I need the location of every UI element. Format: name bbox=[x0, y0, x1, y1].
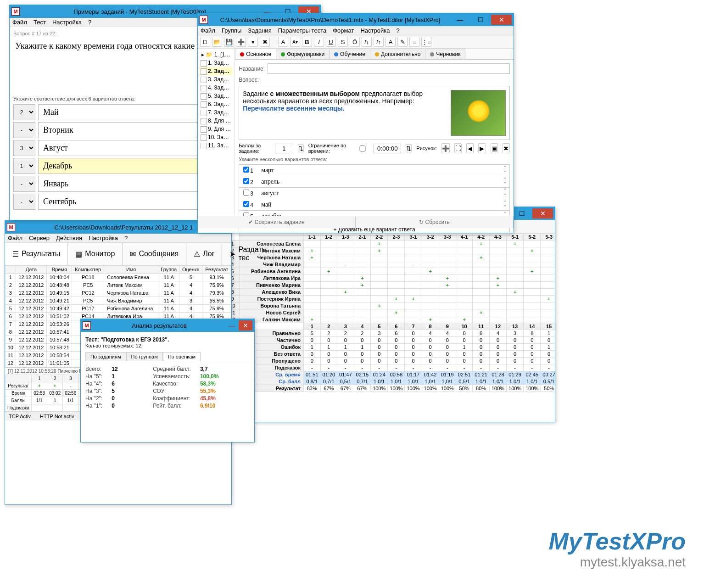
open-icon[interactable]: 📂 bbox=[212, 37, 222, 47]
results-tab[interactable]: ☰Результаты bbox=[5, 243, 68, 265]
tree-item[interactable]: 4. Задание на сопос bbox=[200, 84, 233, 92]
timelimit-input[interactable] bbox=[374, 144, 401, 153]
maximize-button[interactable] bbox=[470, 15, 491, 25]
image-add-icon[interactable]: ➕ bbox=[441, 143, 450, 153]
answer-text[interactable]: апрель bbox=[257, 176, 500, 187]
tree-item[interactable]: 3. Задание с указан bbox=[200, 75, 233, 84]
superscript-icon[interactable]: f↑ bbox=[374, 37, 384, 47]
menu-item[interactable]: ? bbox=[396, 27, 399, 34]
tree-item[interactable]: 2. Задание с множ bbox=[200, 67, 233, 75]
font-size-a[interactable]: A bbox=[278, 37, 288, 47]
table-row[interactable]: 112.12.201210:40:04PC18Солопеева Елена11… bbox=[6, 274, 231, 281]
tree-root[interactable]: ▸ 📁 1. [11] Различные типы з bbox=[200, 50, 233, 59]
tree-item[interactable]: 6. Задание на ручно bbox=[200, 100, 233, 108]
analysis-titlebar[interactable]: M Анализ результатов bbox=[81, 319, 254, 332]
answer-text[interactable]: май bbox=[257, 199, 500, 210]
minimize-button[interactable] bbox=[225, 320, 239, 330]
image-right-icon[interactable]: ▶ bbox=[478, 143, 486, 153]
dropdown-icon[interactable]: ▾ bbox=[248, 37, 258, 47]
tree-item[interactable]: 5. Задание на указа bbox=[200, 92, 233, 100]
col-header[interactable]: Имя bbox=[104, 266, 158, 274]
menu-item[interactable]: Задания bbox=[248, 27, 271, 34]
answer-checkbox[interactable]: 4 bbox=[239, 199, 257, 210]
match-select[interactable]: 2 bbox=[13, 104, 35, 120]
highlight-icon[interactable]: ✎ bbox=[397, 37, 408, 47]
font-size-small-a[interactable]: A▾ bbox=[290, 37, 300, 47]
tree-item[interactable]: 1. Задание с одиноч bbox=[200, 59, 233, 67]
answer-up-icon[interactable]: ˄˅ bbox=[500, 177, 509, 187]
col-header[interactable]: Дата bbox=[16, 266, 47, 274]
spreadsheet-grid[interactable]: 1-11-21-32-12-22-33-13-23-34-14-24-35-15… bbox=[225, 233, 555, 392]
menu-item[interactable]: Параметры теста bbox=[278, 27, 327, 34]
analysis-tabs[interactable]: По заданиямПо группамПо оценкам bbox=[85, 352, 250, 361]
save-task-button[interactable]: ✔ Сохранить задание bbox=[198, 216, 356, 228]
answer-checkbox[interactable]: 3 bbox=[239, 188, 257, 199]
student-name[interactable]: Пивченко Марина bbox=[240, 282, 304, 289]
image-fit-icon[interactable]: ⛶ bbox=[454, 143, 462, 153]
menu-item[interactable]: Сервер bbox=[29, 235, 50, 241]
image-left-icon[interactable]: ◀ bbox=[466, 143, 474, 153]
results-tab[interactable]: ⚠Лог bbox=[186, 243, 222, 265]
table-row[interactable]: 212.12.201210:48:48PC5Литвяк Максим11 A4… bbox=[6, 281, 231, 289]
col-header[interactable]: Компьютер bbox=[72, 266, 104, 274]
close-button[interactable] bbox=[491, 15, 512, 25]
student-name[interactable]: Ворона Татьяна bbox=[240, 302, 304, 309]
student-name[interactable]: Носов Сергей bbox=[240, 309, 304, 316]
match-select[interactable]: - bbox=[13, 122, 35, 138]
new-icon[interactable]: 🗋 bbox=[200, 37, 210, 47]
list-icon[interactable]: ≡ bbox=[409, 37, 419, 47]
tab-Основное[interactable]: Основное bbox=[235, 49, 276, 59]
font-color-icon[interactable]: A bbox=[386, 37, 396, 47]
save-icon[interactable]: 💾 bbox=[224, 37, 234, 47]
answer-text[interactable]: август bbox=[257, 188, 500, 199]
col-header[interactable]: Оценка bbox=[179, 266, 202, 274]
italic-icon[interactable]: I bbox=[314, 37, 324, 47]
menu-item[interactable]: Файл bbox=[8, 235, 22, 241]
menu-item[interactable]: Тест bbox=[34, 19, 46, 26]
answer-text[interactable]: март bbox=[257, 165, 500, 176]
student-name[interactable]: Литвякова Ира bbox=[240, 275, 304, 282]
table-row[interactable]: 312.12.201210:49:15PC12Черткова Наташа11… bbox=[6, 289, 231, 297]
results-tab[interactable]: ✉Сообщения bbox=[123, 243, 186, 265]
minimize-button[interactable] bbox=[450, 15, 470, 25]
tree-item[interactable]: 8. Для ответа на за bbox=[200, 117, 233, 125]
editor-titlebar[interactable]: M C:\Users\bas\Documents\MyTestXPro\Demo… bbox=[198, 13, 514, 26]
student-name[interactable]: Постерняк Ирина bbox=[240, 296, 304, 302]
results-menubar[interactable]: ФайлСерверДействияНастройка? bbox=[5, 234, 231, 243]
tab-Дополнительно[interactable]: Дополнительно bbox=[370, 49, 425, 59]
numbered-list-icon[interactable]: ⋮≡ bbox=[421, 37, 431, 47]
answer-up-icon[interactable]: ˄˅ bbox=[500, 165, 509, 175]
tree-item[interactable]: 7. Задание на ручно bbox=[200, 108, 233, 117]
image-edit-icon[interactable]: ▣ bbox=[491, 143, 498, 153]
timelimit-checkbox[interactable] bbox=[356, 146, 369, 151]
time-spinner[interactable]: ⇅ bbox=[406, 144, 412, 152]
maximize-button[interactable] bbox=[512, 208, 532, 218]
menu-item[interactable]: Файл bbox=[12, 19, 27, 26]
question-editor[interactable]: Задание с множественным выбором предпола… bbox=[239, 86, 510, 140]
menu-item[interactable]: Настройка bbox=[360, 27, 390, 34]
analysis-tab[interactable]: По группам bbox=[126, 352, 163, 361]
tab-Обучение[interactable]: Обучение bbox=[329, 49, 370, 59]
answer-checkbox[interactable]: 1 bbox=[239, 165, 257, 176]
bold-icon[interactable]: B bbox=[302, 37, 312, 47]
editor-tabs[interactable]: ОсновноеФормулировкиОбучениеДополнительн… bbox=[235, 49, 514, 60]
close-button[interactable] bbox=[239, 320, 252, 330]
score-input[interactable] bbox=[275, 144, 293, 153]
col-header[interactable]: Время bbox=[47, 266, 72, 274]
tab-Черновик[interactable]: Черновик bbox=[425, 49, 465, 59]
menu-item[interactable]: Файл bbox=[201, 27, 215, 34]
analysis-tab[interactable]: По заданиям bbox=[85, 352, 126, 361]
table-row[interactable]: 512.12.201210:49:42PC17Рябинова Ангелина… bbox=[6, 305, 231, 313]
question-tree[interactable]: ▸ 📁 1. [11] Различные типы з1. Задание с… bbox=[198, 49, 235, 216]
tab-Формулировки[interactable]: Формулировки bbox=[276, 49, 330, 59]
menu-item[interactable]: Действия bbox=[56, 235, 82, 241]
analysis-tab[interactable]: По оценкам bbox=[163, 352, 201, 361]
answer-up-icon[interactable]: ˄˅ bbox=[500, 200, 509, 210]
menu-item[interactable]: ? bbox=[124, 235, 128, 241]
tree-item[interactable]: 9. Для ответа на за bbox=[200, 125, 233, 133]
student-name[interactable]: Рябинова Ангелина bbox=[240, 268, 304, 275]
col-header[interactable] bbox=[6, 266, 16, 274]
tree-item[interactable]: 11. Задание типа да bbox=[200, 141, 233, 150]
menu-item[interactable]: Группы bbox=[222, 27, 241, 34]
overline-icon[interactable]: Ō bbox=[350, 37, 360, 47]
